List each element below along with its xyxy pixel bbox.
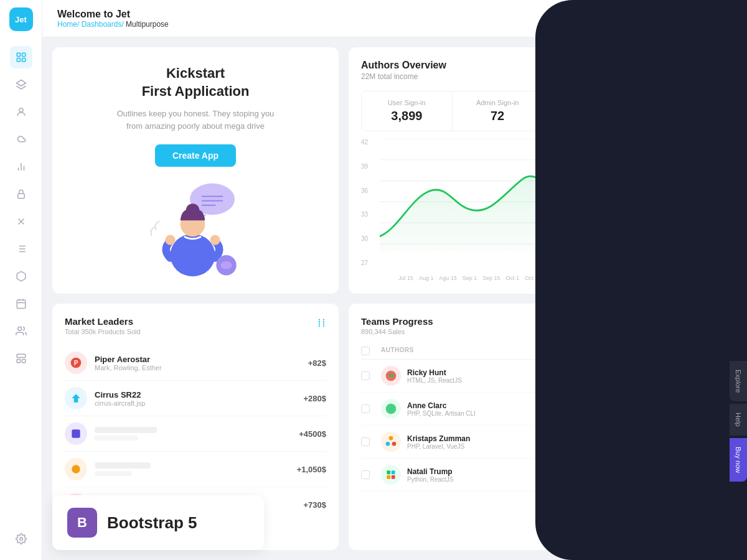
market-info-piper: Piper Aerostar Mark, Rowling, Esther <box>95 355 308 371</box>
svg-rect-0 <box>17 53 20 56</box>
svg-point-45 <box>165 235 175 245</box>
svg-rect-1 <box>22 53 25 56</box>
svg-point-66 <box>386 442 390 446</box>
svg-rect-70 <box>387 475 390 479</box>
sidebar-item-template[interactable] <box>10 347 32 370</box>
team-info-anne: Anne Clarc PHP, SQLite, Artisan CLI <box>407 401 476 417</box>
market-desc-piper: Mark, Rowling, Esther <box>95 364 308 371</box>
teams-subtitle: 890,344 Sales <box>361 328 433 335</box>
market-desc-3 <box>95 436 138 441</box>
row-checkbox-4[interactable] <box>361 470 381 479</box>
team-info-kristaps: Kristaps Zumman PHP, Laravel, VueJS <box>407 434 470 450</box>
market-value-4: +1,050$ <box>297 465 326 474</box>
team-info-ricky: Ricky Hunt HTML, JS, ReactJS <box>407 368 462 384</box>
market-item-cirrus: Cirrus SR22 cirrus-aircraft.jsp +280$ <box>65 381 326 416</box>
teams-title-group: Teams Progress 890,344 Sales <box>361 316 433 335</box>
authors-subtitle: 22M total income <box>361 72 446 81</box>
svg-rect-23 <box>17 354 26 357</box>
sidebar-item-layers[interactable] <box>10 73 32 96</box>
bootstrap-name: Bootstrap 5 <box>107 513 197 533</box>
breadcrumb-dashboards[interactable]: Dashboards/ <box>82 20 124 29</box>
svg-rect-68 <box>387 470 390 474</box>
svg-rect-9 <box>17 194 24 198</box>
team-tech-anne: PHP, SQLite, Artisan CLI <box>407 410 476 417</box>
sidebar-item-dashboard[interactable] <box>10 46 32 68</box>
market-logo-3 <box>65 422 87 445</box>
svg-rect-24 <box>17 360 20 363</box>
market-desc-cirrus: cirrus-aircraft.jsp <box>95 399 303 407</box>
sidebar-item-cloud[interactable] <box>10 128 32 151</box>
market-name-4 <box>95 462 151 469</box>
col-checkbox <box>361 347 381 355</box>
svg-point-46 <box>210 235 220 245</box>
svg-point-42 <box>171 234 215 276</box>
stat-user-signin: User Sign-in 3,899 <box>362 91 452 131</box>
page-title: Welcome to Jet <box>57 9 591 20</box>
sidebar-item-lock[interactable] <box>10 183 32 205</box>
sidebar-item-close[interactable] <box>10 210 32 233</box>
illustration <box>139 177 251 276</box>
svg-rect-59 <box>72 429 80 437</box>
market-leaders-title-group: Market Leaders Total 350k Products Sold <box>65 316 141 335</box>
topbar-title: Welcome to Jet Home/ Dashboards/ Multipu… <box>57 9 591 29</box>
svg-rect-18 <box>17 300 26 309</box>
svg-point-5 <box>19 108 23 112</box>
create-app-button[interactable]: Create App <box>155 144 236 167</box>
explore-tab[interactable]: Explore <box>730 361 747 401</box>
team-tech-kristaps: PHP, Laravel, VueJS <box>407 443 470 450</box>
sidebar-item-chart[interactable] <box>10 156 32 178</box>
sidebar-item-box[interactable] <box>10 265 32 287</box>
stat-user-signin-value: 3,899 <box>372 109 442 123</box>
sidebar-logo[interactable]: Jet <box>9 7 33 31</box>
sidebar-item-user[interactable] <box>10 101 32 123</box>
row-checkbox-1[interactable] <box>361 371 381 380</box>
authors-title: Authors Overview <box>361 60 446 71</box>
svg-point-48 <box>221 261 232 269</box>
svg-marker-4 <box>16 80 26 86</box>
dark-overlay: Explore Help Buy now <box>535 0 747 560</box>
market-logo-4 <box>65 458 87 480</box>
svg-rect-3 <box>22 58 25 62</box>
sidebar-item-list[interactable] <box>10 238 32 260</box>
svg-point-22 <box>17 327 21 330</box>
row-checkbox-3[interactable] <box>361 437 381 446</box>
market-item-3: +4500$ <box>65 416 326 452</box>
market-leaders-title: Market Leaders <box>65 316 141 327</box>
team-name-kristaps: Kristaps Zumman <box>407 434 470 443</box>
market-name-cirrus: Cirrus SR22 <box>95 390 303 399</box>
market-menu-icon[interactable]: ⁞⁞ <box>317 316 326 330</box>
team-info-natali: Natali Trump Python, ReactJS <box>407 467 453 483</box>
row-checkbox-2[interactable] <box>361 404 381 413</box>
svg-point-65 <box>389 436 393 441</box>
svg-point-26 <box>19 538 22 541</box>
help-tab[interactable]: Help <box>730 404 747 436</box>
breadcrumb-home[interactable]: Home/ <box>57 20 79 29</box>
svg-rect-69 <box>392 470 395 474</box>
market-value-3: +4500$ <box>299 429 326 439</box>
market-name-piper: Piper Aerostar <box>95 355 308 364</box>
team-name-anne: Anne Clarc <box>407 401 476 410</box>
team-avatar-ricky <box>381 366 401 386</box>
bootstrap-badge-card: B Bootstrap 5 <box>52 495 264 550</box>
stat-admin-signin-label: Admin Sign-in <box>463 99 533 106</box>
kickstart-content: Kickstart First Application Outlines kee… <box>115 65 276 167</box>
sidebar-item-calendar[interactable] <box>10 292 32 315</box>
sidebar: Jet <box>0 0 42 560</box>
market-desc-4 <box>95 471 132 476</box>
market-info-3 <box>95 427 299 441</box>
authors-title-group: Authors Overview 22M total income <box>361 60 446 81</box>
market-item-4: +1,050$ <box>65 452 326 487</box>
svg-rect-25 <box>22 360 25 363</box>
kickstart-card: Kickstart First Application Outlines kee… <box>52 47 339 294</box>
market-item-piper: P Piper Aerostar Mark, Rowling, Esther +… <box>65 345 326 381</box>
teams-title: Teams Progress <box>361 316 433 327</box>
team-tech-ricky: HTML, JS, ReactJS <box>407 377 462 384</box>
market-value-piper: +82$ <box>308 358 326 368</box>
sidebar-item-settings[interactable] <box>10 528 32 550</box>
breadcrumb-current: Multipurpose <box>126 20 169 29</box>
market-info-4 <box>95 462 297 476</box>
sidebar-item-users[interactable] <box>10 320 32 342</box>
market-logo-piper: P <box>65 352 87 374</box>
market-value-cirrus: +280$ <box>303 394 326 403</box>
buynow-tab[interactable]: Buy now <box>730 438 747 482</box>
